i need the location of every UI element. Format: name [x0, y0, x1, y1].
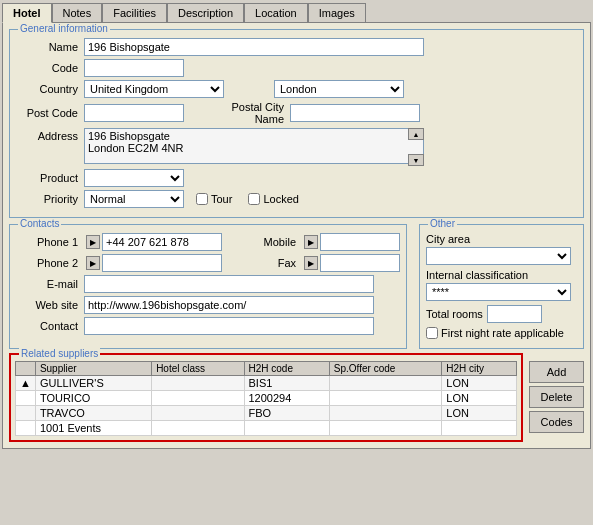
- email-label: E-mail: [16, 278, 84, 290]
- internal-class-row: Internal classification ****: [426, 269, 577, 301]
- website-label: Web site: [16, 299, 84, 311]
- col-hotel-class: Hotel class: [152, 362, 244, 376]
- related-suppliers-label: Related suppliers: [19, 348, 100, 359]
- city-select[interactable]: London: [274, 80, 404, 98]
- suppliers-table: Supplier Hotel class H2H code Sp.Offer c…: [15, 361, 517, 436]
- first-night-label: First night rate applicable: [441, 327, 564, 339]
- internal-class-select[interactable]: ****: [426, 283, 571, 301]
- general-info-label: General information: [18, 23, 110, 34]
- mobile-btn[interactable]: ▶: [304, 235, 318, 249]
- contact-input[interactable]: [84, 317, 374, 335]
- table-row[interactable]: TOURICO 1200294 LON: [16, 391, 517, 406]
- fax-btn[interactable]: ▶: [304, 256, 318, 270]
- row-hotel-class: [152, 376, 244, 391]
- locked-checkbox[interactable]: [248, 193, 260, 205]
- related-suppliers-section: Related suppliers Supplier Hotel class H…: [9, 353, 523, 442]
- hotel-panel: General information Name Code Country Un…: [2, 22, 591, 449]
- contacts-label: Contacts: [18, 218, 61, 229]
- row-sp-offer: [329, 406, 442, 421]
- fax-input[interactable]: [320, 254, 400, 272]
- postal-city-label: Postal City Name: [200, 101, 290, 125]
- tab-description[interactable]: Description: [167, 3, 244, 23]
- col-supplier: Supplier: [35, 362, 151, 376]
- tab-facilities[interactable]: Facilities: [102, 3, 167, 23]
- tour-label: Tour: [211, 193, 232, 205]
- row-supplier: 1001 Events: [35, 421, 151, 436]
- internal-class-label: Internal classification: [426, 269, 528, 281]
- delete-button[interactable]: Delete: [529, 386, 584, 408]
- add-button[interactable]: Add: [529, 361, 584, 383]
- tab-images[interactable]: Images: [308, 3, 366, 23]
- name-input[interactable]: [84, 38, 424, 56]
- country-city-row: Country United Kingdom London: [16, 80, 577, 98]
- codes-button[interactable]: Codes: [529, 411, 584, 433]
- priority-label: Priority: [16, 193, 84, 205]
- row-icon: [16, 406, 36, 421]
- name-row: Name: [16, 38, 577, 56]
- row-icon: [16, 391, 36, 406]
- row-hotel-class: [152, 406, 244, 421]
- website-row: Web site: [16, 296, 400, 314]
- fax-label: Fax: [258, 257, 302, 269]
- first-night-checkbox[interactable]: [426, 327, 438, 339]
- row-icon: ▲: [16, 376, 36, 391]
- postal-city-input[interactable]: [290, 104, 420, 122]
- address-scroll-down[interactable]: ▼: [408, 154, 424, 166]
- code-label: Code: [16, 62, 84, 74]
- other-label: Other: [428, 218, 457, 229]
- city-area-select[interactable]: [426, 247, 571, 265]
- contacts-section: Contacts Phone 1 ▶ Mobile ▶ Phone 2 ▶: [9, 224, 407, 349]
- total-rooms-input[interactable]: [487, 305, 542, 323]
- postcode-input[interactable]: [84, 104, 184, 122]
- row-h2h-city: LON: [442, 376, 517, 391]
- tab-notes[interactable]: Notes: [52, 3, 103, 23]
- locked-checkbox-wrap[interactable]: Locked: [248, 193, 298, 205]
- code-row: Code: [16, 59, 577, 77]
- row-sp-offer: [329, 421, 442, 436]
- phone1-btn[interactable]: ▶: [86, 235, 100, 249]
- address-scroll-up[interactable]: ▲: [408, 128, 424, 140]
- tab-bar: Hotel Notes Facilities Description Locat…: [2, 2, 591, 22]
- total-rooms-row: Total rooms: [426, 305, 577, 323]
- tour-checkbox-wrap[interactable]: Tour: [196, 193, 232, 205]
- main-container: Hotel Notes Facilities Description Locat…: [0, 0, 593, 525]
- email-input[interactable]: [84, 275, 374, 293]
- mobile-input[interactable]: [320, 233, 400, 251]
- row-h2h-code: 1200294: [244, 391, 329, 406]
- website-input[interactable]: [84, 296, 374, 314]
- row-hotel-class: [152, 391, 244, 406]
- col-sp-offer: Sp.Offer code: [329, 362, 442, 376]
- contacts-other-row: Contacts Phone 1 ▶ Mobile ▶ Phone 2 ▶: [9, 224, 584, 349]
- phone2-row: Phone 2 ▶ Fax ▶: [16, 254, 400, 272]
- code-input[interactable]: [84, 59, 184, 77]
- contact-row: Contact: [16, 317, 400, 335]
- country-select[interactable]: United Kingdom: [84, 80, 224, 98]
- table-row[interactable]: ▲ GULLIVER'S BIS1 LON: [16, 376, 517, 391]
- priority-select[interactable]: Normal: [84, 190, 184, 208]
- phone2-input[interactable]: [102, 254, 222, 272]
- email-row: E-mail: [16, 275, 400, 293]
- product-select[interactable]: [84, 169, 184, 187]
- first-night-wrap[interactable]: First night rate applicable: [426, 327, 564, 339]
- phone2-btn[interactable]: ▶: [86, 256, 100, 270]
- tab-location[interactable]: Location: [244, 3, 308, 23]
- row-h2h-code: FBO: [244, 406, 329, 421]
- phone1-input[interactable]: [102, 233, 222, 251]
- row-h2h-city: LON: [442, 391, 517, 406]
- suppliers-header-row: Supplier Hotel class H2H code Sp.Offer c…: [16, 362, 517, 376]
- row-h2h-city: LON: [442, 406, 517, 421]
- phone1-row: Phone 1 ▶ Mobile ▶: [16, 233, 400, 251]
- postcode-label: Post Code: [16, 107, 84, 119]
- table-row[interactable]: TRAVCO FBO LON: [16, 406, 517, 421]
- tab-hotel[interactable]: Hotel: [2, 3, 52, 23]
- row-icon: [16, 421, 36, 436]
- address-textarea[interactable]: 196 Bishopsgate London EC2M 4NR: [84, 128, 424, 164]
- locked-label: Locked: [263, 193, 298, 205]
- col-h2h-city: H2H city: [442, 362, 517, 376]
- tour-checkbox[interactable]: [196, 193, 208, 205]
- phone2-label: Phone 2: [16, 257, 84, 269]
- postcode-row: Post Code Postal City Name: [16, 101, 577, 125]
- other-section: Other City area Internal classification …: [419, 224, 584, 349]
- row-sp-offer: [329, 391, 442, 406]
- table-row[interactable]: 1001 Events: [16, 421, 517, 436]
